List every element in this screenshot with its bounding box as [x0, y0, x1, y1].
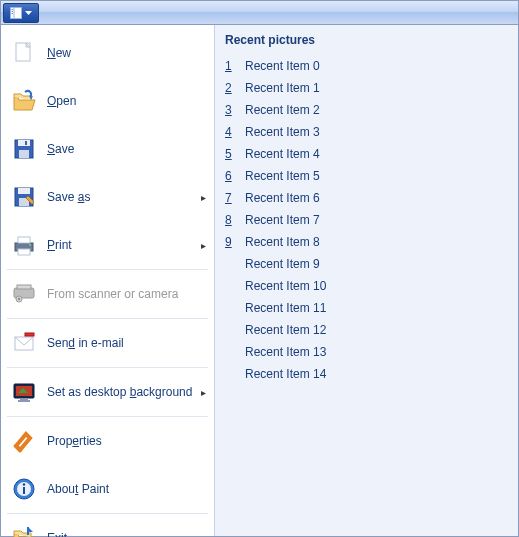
recent-item[interactable]: Recent Item 9: [225, 253, 508, 275]
email-icon: [11, 330, 37, 356]
menu-item-label: Open: [47, 94, 206, 108]
svg-point-30: [23, 483, 26, 486]
exit-icon: [11, 525, 37, 537]
properties-icon: [11, 428, 37, 454]
menu-item-properties[interactable]: Properties: [1, 417, 214, 465]
menu-item-open[interactable]: Open: [1, 77, 214, 125]
recent-list: 1Recent Item 02Recent Item 13Recent Item…: [225, 55, 508, 385]
recent-item-label: Recent Item 14: [245, 367, 326, 381]
save-icon: [11, 136, 37, 162]
menu-item-saveas[interactable]: Save as▸: [1, 173, 214, 221]
menu-item-label: From scanner or camera: [47, 287, 206, 301]
recent-item-label: Recent Item 6: [245, 191, 320, 205]
menu-item-email[interactable]: Send in e-mail: [1, 319, 214, 367]
recent-item-number: 3: [225, 103, 241, 117]
recent-item[interactable]: 7Recent Item 6: [225, 187, 508, 209]
menu-item-label: Set as desktop background: [47, 385, 201, 399]
menu-item-label: Send in e-mail: [47, 336, 206, 350]
recent-item-number: 2: [225, 81, 241, 95]
svg-rect-25: [20, 398, 28, 400]
svg-rect-8: [19, 150, 29, 158]
recent-item[interactable]: 3Recent Item 2: [225, 99, 508, 121]
menu-item-new[interactable]: New: [1, 29, 214, 77]
menu-item-label: Properties: [47, 434, 206, 448]
recent-panel: Recent pictures 1Recent Item 02Recent It…: [215, 25, 518, 536]
menu-item-scanner: From scanner or camera: [1, 270, 214, 318]
submenu-arrow-icon: ▸: [201, 387, 206, 398]
open-icon: [11, 88, 37, 114]
recent-item-label: Recent Item 8: [245, 235, 320, 249]
recent-item-label: Recent Item 11: [245, 301, 326, 315]
menu-left-column: NewOpenSaveSave as▸Print▸From scanner or…: [1, 25, 215, 536]
recent-item-label: Recent Item 10: [245, 279, 326, 293]
recent-item-number: 4: [225, 125, 241, 139]
svg-rect-18: [17, 285, 31, 289]
app-menu-button[interactable]: [3, 3, 39, 23]
svg-rect-4: [12, 13, 14, 14]
new-icon: [11, 40, 37, 66]
menu-body: NewOpenSaveSave as▸Print▸From scanner or…: [1, 25, 518, 536]
recent-item-label: Recent Item 9: [245, 257, 320, 271]
submenu-arrow-icon: ▸: [201, 192, 206, 203]
svg-rect-29: [23, 487, 25, 494]
recent-item-number: 5: [225, 147, 241, 161]
recent-item-label: Recent Item 4: [245, 147, 320, 161]
recent-item-number: 1: [225, 59, 241, 73]
recent-item-label: Recent Item 13: [245, 345, 326, 359]
recent-item[interactable]: 6Recent Item 5: [225, 165, 508, 187]
app-menu-icon: [10, 7, 22, 19]
recent-item[interactable]: 8Recent Item 7: [225, 209, 508, 231]
print-icon: [11, 232, 37, 258]
recent-item-number: 8: [225, 213, 241, 227]
svg-rect-26: [18, 400, 30, 402]
svg-rect-9: [25, 141, 27, 145]
menu-item-save[interactable]: Save: [1, 125, 214, 173]
dropdown-arrow-icon: [25, 11, 32, 15]
menu-item-label: New: [47, 46, 206, 60]
recent-item[interactable]: 4Recent Item 3: [225, 121, 508, 143]
svg-rect-2: [12, 9, 14, 10]
svg-rect-15: [18, 249, 30, 255]
recent-item-label: Recent Item 5: [245, 169, 320, 183]
svg-rect-3: [12, 11, 14, 12]
desktop-icon: [11, 379, 37, 405]
titlebar: [1, 1, 518, 25]
svg-rect-7: [18, 140, 30, 146]
recent-item-label: Recent Item 2: [245, 103, 320, 117]
about-icon: [11, 476, 37, 502]
recent-item[interactable]: 9Recent Item 8: [225, 231, 508, 253]
recent-item[interactable]: Recent Item 13: [225, 341, 508, 363]
recent-item[interactable]: 1Recent Item 0: [225, 55, 508, 77]
recent-item-number: 6: [225, 169, 241, 183]
recent-item[interactable]: Recent Item 12: [225, 319, 508, 341]
recent-item-number: 9: [225, 235, 241, 249]
recent-item[interactable]: 2Recent Item 1: [225, 77, 508, 99]
recent-item[interactable]: Recent Item 10: [225, 275, 508, 297]
scanner-icon: [11, 281, 37, 307]
saveas-icon: [11, 184, 37, 210]
app-menu-window: NewOpenSaveSave as▸Print▸From scanner or…: [0, 0, 519, 537]
menu-item-label: Print: [47, 238, 201, 252]
recent-item[interactable]: Recent Item 14: [225, 363, 508, 385]
svg-rect-14: [18, 237, 30, 243]
svg-rect-22: [25, 333, 34, 336]
recent-item-number: 7: [225, 191, 241, 205]
recent-item-label: Recent Item 0: [245, 59, 320, 73]
menu-item-about[interactable]: About Paint: [1, 465, 214, 513]
menu-item-label: Exit: [47, 531, 206, 537]
menu-item-label: Save as: [47, 190, 201, 204]
recent-item[interactable]: Recent Item 11: [225, 297, 508, 319]
recent-item-label: Recent Item 1: [245, 81, 320, 95]
svg-point-20: [18, 298, 20, 300]
svg-rect-11: [18, 188, 30, 194]
menu-item-label: Save: [47, 142, 206, 156]
recent-header: Recent pictures: [225, 33, 508, 47]
menu-item-label: About Paint: [47, 482, 206, 496]
menu-item-exit[interactable]: Exit: [1, 514, 214, 537]
recent-item[interactable]: 5Recent Item 4: [225, 143, 508, 165]
menu-item-print[interactable]: Print▸: [1, 221, 214, 269]
recent-item-label: Recent Item 7: [245, 213, 320, 227]
menu-item-desktop[interactable]: Set as desktop background▸: [1, 368, 214, 416]
submenu-arrow-icon: ▸: [201, 240, 206, 251]
svg-point-16: [29, 244, 31, 246]
